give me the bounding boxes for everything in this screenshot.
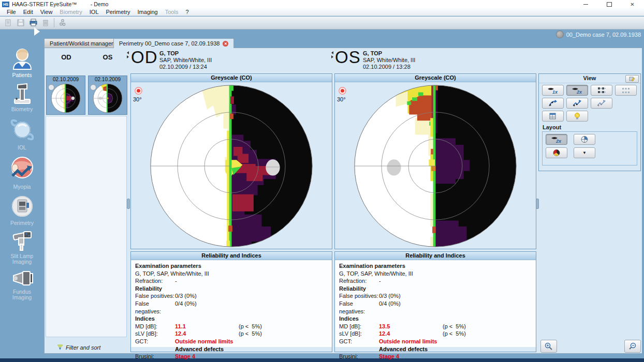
tab-perimetry-label: Perimetry 00_Demo case 7, 02.09.1938 — [119, 39, 219, 48]
exam-thumbnail-os[interactable]: 02.10.2009 — [88, 76, 127, 115]
prev-exam-icon[interactable] — [331, 51, 333, 54]
false-negatives-value: 0/4 (0%) — [379, 300, 443, 315]
view-trend-analysis-button[interactable] — [566, 98, 588, 109]
view-cluster-trend-button[interactable] — [591, 98, 612, 109]
od-datetime: 02.10.2009 / 13:24 — [159, 64, 212, 70]
md-pvalue: (p < 5%) — [239, 323, 328, 330]
os-greyscale-title: Greyscale (CO) — [335, 74, 536, 82]
brusini-label: Brusini: — [339, 353, 379, 360]
indices-heading: Indices — [135, 315, 328, 323]
slit-lamp-icon — [10, 230, 34, 252]
sidebar-item-slit-lamp[interactable]: Slit Lamp Imaging — [7, 230, 38, 265]
sidebar-item-biometry[interactable]: Biometry — [10, 82, 34, 112]
tab-close-icon[interactable]: ✕ — [223, 41, 228, 47]
print-button[interactable] — [27, 18, 39, 28]
exam-history-list[interactable] — [46, 116, 127, 337]
view-settings-button[interactable] — [625, 75, 639, 83]
thumbnail-date: 02.10.2009 — [47, 76, 85, 83]
menu-iol[interactable]: IOL — [86, 9, 103, 15]
os-exam-nav-arrows[interactable] — [331, 51, 333, 58]
combined-analysis-icon — [548, 99, 558, 107]
panel-resize-handle-left[interactable] — [127, 199, 130, 209]
view-four-exams-button[interactable] — [591, 85, 612, 96]
thumbnail-radio[interactable] — [90, 84, 96, 90]
os-exam-select-radio[interactable] — [339, 87, 346, 95]
layout-section-label: Layout — [539, 122, 640, 131]
false-positives-value: 0/3 (0%) — [175, 292, 239, 300]
false-negatives-value: 0/4 (0%) — [175, 300, 239, 315]
report-button — [2, 18, 14, 28]
save-button — [14, 18, 27, 28]
menu-perimetry[interactable]: Perimetry — [103, 9, 134, 15]
refraction-label: Refraction: — [339, 277, 379, 285]
minimize-button[interactable] — [574, 0, 597, 8]
print-icon — [29, 19, 38, 27]
slv-label: sLV [dB]: — [339, 330, 379, 338]
md-pvalue: (p < 5%) — [443, 323, 532, 330]
layout-colors-button[interactable] — [546, 147, 567, 158]
filter-and-sort[interactable]: Filter and sort — [57, 344, 100, 351]
od-exam-select-radio[interactable] — [135, 87, 142, 95]
delete-button — [39, 18, 52, 28]
exam-list-os-header: OS — [97, 53, 118, 61]
magnifier-minus-icon — [628, 342, 637, 351]
view-panel: View 1x 2x — [538, 73, 641, 171]
menu-imaging[interactable]: Imaging — [134, 9, 162, 15]
eye-2x-icon: 2x — [551, 135, 562, 143]
zoom-in-button[interactable] — [540, 340, 557, 353]
network-nodes-icon — [58, 19, 67, 27]
view-combined-analysis-button[interactable] — [542, 98, 564, 109]
menu-view[interactable]: View — [37, 9, 56, 15]
brusini-label: Brusini: — [135, 353, 175, 360]
view-single-1x-button[interactable]: 1x — [542, 85, 564, 96]
os-title: OS — [335, 48, 361, 67]
sidebar-label-iol: IOL — [18, 145, 26, 150]
sidebar-label-myopia: Myopia — [13, 184, 31, 190]
os-strategy: SAP, White/White, III — [363, 57, 415, 64]
patients-icon — [9, 47, 35, 71]
view-single-2x-button[interactable]: 2x — [566, 85, 588, 96]
false-negatives-label: False negatives: — [339, 300, 379, 315]
od-exam-nav-arrows[interactable] — [127, 51, 129, 58]
thumbnail-radio[interactable] — [48, 84, 54, 90]
sidebar-item-fundus[interactable]: Fundus Imaging — [8, 268, 37, 300]
menu-file[interactable]: File — [3, 9, 20, 15]
view-values-table-button[interactable] — [542, 111, 564, 122]
layout-polar-button[interactable] — [574, 134, 595, 145]
sidebar-expander-arrow[interactable] — [34, 27, 40, 36]
layout-more-dropdown-button[interactable]: ▼ — [574, 147, 595, 158]
exam-params-line: G, TOP, SAP, White/White, III — [135, 270, 328, 278]
menu-edit[interactable]: Edit — [20, 9, 37, 15]
report-icon — [4, 19, 12, 27]
exam-thumbnail-od[interactable]: 02.10.2009 — [46, 76, 85, 115]
exam-list-od-header: OD — [56, 53, 77, 61]
prev-exam-icon[interactable] — [127, 51, 129, 54]
trend-analysis-icon — [573, 99, 582, 107]
sidebar-label-perimetry: Perimetry — [10, 220, 34, 226]
os-greyscale-plot — [352, 83, 519, 249]
sidebar-item-patients[interactable]: Patients — [9, 47, 35, 78]
od-exam-info: G, TOP SAP, White/White, III 02.10.2009 … — [159, 50, 212, 70]
close-button[interactable]: ✕ — [621, 0, 644, 8]
four-exams-grid-icon — [597, 87, 606, 94]
sidebar-item-myopia[interactable]: Myopia — [8, 154, 36, 190]
reliability-heading: Reliability — [135, 285, 328, 293]
sidebar-item-iol[interactable]: IOL — [9, 116, 36, 150]
brusini-value: Stage 4 — [379, 353, 443, 360]
zoom-out-button[interactable] — [624, 340, 641, 353]
maximize-button[interactable] — [597, 0, 621, 8]
tab-perimetry[interactable]: Perimetry 00_Demo case 7, 02.09.1938 ✕ — [113, 38, 234, 48]
trash-icon — [41, 19, 50, 27]
exam-params-heading: Examination parameters — [339, 262, 532, 270]
sidebar: Patients Biometry IOL — [0, 29, 44, 355]
next-exam-icon[interactable] — [331, 55, 333, 58]
layout-greyscale-2x-button[interactable]: 2x — [546, 134, 567, 145]
slv-pvalue: (p < 5%) — [443, 330, 532, 338]
view-hint-button[interactable] — [566, 111, 588, 122]
false-positives-label: False positives: — [339, 292, 379, 300]
md-label: MD [dB]: — [135, 323, 175, 330]
sidebar-item-perimetry[interactable]: Perimetry — [9, 193, 35, 226]
menu-help[interactable]: ? — [182, 9, 192, 15]
view-six-exams-button[interactable] — [615, 85, 637, 96]
next-exam-icon[interactable] — [127, 55, 129, 58]
